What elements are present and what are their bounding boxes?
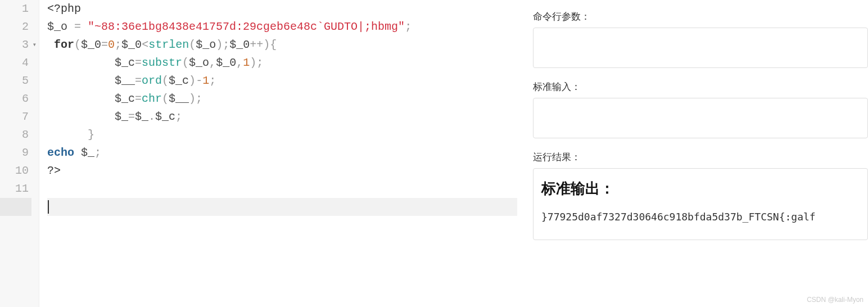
args-label: 命令行参数：: [533, 10, 868, 23]
line-number: 5: [0, 72, 29, 90]
line-number: 6: [0, 90, 29, 108]
code-area[interactable]: <?php $_o = "~88:36e1bg8438e41757d:29cge…: [39, 0, 517, 307]
line-number: 11: [0, 180, 29, 198]
code-editor[interactable]: 1 2 3 4 5 6 7 8 9 10 11 12 <?php $_o = "…: [0, 0, 517, 307]
result-output: 标准输出： }77925d0af7327d30646c918bfda5d37b_…: [533, 168, 868, 240]
line-number: 2: [0, 18, 29, 36]
code-line-11: [47, 180, 517, 198]
gutter: 1 2 3 4 5 6 7 8 9 10 11 12: [0, 0, 39, 307]
code-line-4: $_c=substr($_o,$_0,1);: [47, 54, 517, 72]
line-number: 1: [0, 0, 29, 18]
code-line-1: <?php: [47, 0, 517, 18]
code-line-7: $_=$_.$_c;: [47, 108, 517, 126]
line-number: 8: [0, 126, 29, 144]
code-line-12: [47, 198, 517, 216]
stdout-heading: 标准输出：: [541, 179, 860, 198]
code-line-2: $_o = "~88:36e1bg8438e41757d:29cgeb6e48c…: [47, 18, 517, 36]
code-line-5: $__=ord($_c)-1;: [47, 72, 517, 90]
code-line-9: echo $_;: [47, 144, 517, 162]
args-input[interactable]: [533, 28, 868, 68]
result-label: 运行结果：: [533, 151, 868, 164]
cursor-icon: [48, 200, 49, 214]
watermark: CSDN @kali-Myon: [807, 296, 864, 304]
io-panel: 命令行参数： 标准输入： 运行结果： 标准输出： }77925d0af7327d…: [517, 0, 868, 307]
stdout-text: }77925d0af7327d30646c918bfda5d37b_FTCSN{…: [541, 211, 860, 223]
stdin-label: 标准输入：: [533, 80, 868, 93]
code-line-3: for($_0=0;$_0<strlen($_o);$_0++){: [47, 36, 517, 54]
line-number: 4: [0, 54, 29, 72]
line-number: 9: [0, 144, 29, 162]
code-line-6: $_c=chr($__);: [47, 90, 517, 108]
line-number: 7: [0, 108, 29, 126]
code-line-8: }: [47, 126, 517, 144]
stdin-input[interactable]: [533, 98, 868, 138]
code-line-10: ?>: [47, 162, 517, 180]
line-number: 10: [0, 162, 29, 180]
line-number: 3: [0, 36, 29, 54]
